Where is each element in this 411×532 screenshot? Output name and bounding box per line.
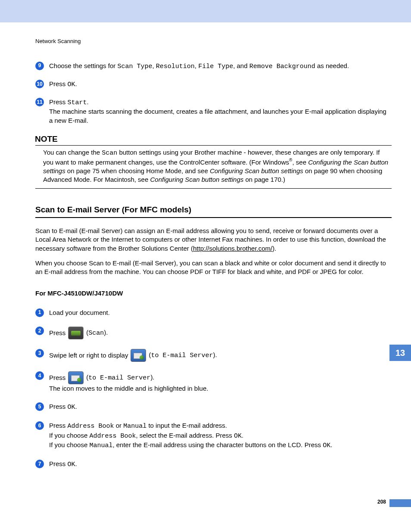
step-text: Press OK. [49, 80, 77, 87]
note-heading: NOTE [35, 134, 392, 145]
step-body: The icon moves to the middle and is high… [49, 385, 208, 392]
chapter-tab: 13 [389, 345, 411, 361]
step-badge: 11 [35, 98, 44, 106]
step-badge: 7 [35, 460, 44, 468]
note-rule [35, 145, 392, 146]
step-badge: 2 [35, 327, 44, 335]
steps-list-1: 9 Choose the settings for Scan Type, Res… [35, 62, 392, 125]
step-3: 3 Swipe left or right to display (to E-m… [35, 349, 392, 362]
step-10: 10 Press OK. [35, 80, 392, 89]
step-badge: 1 [35, 308, 44, 317]
step-line2: If you choose Address Book, select the E… [49, 432, 243, 439]
step-text: Press Start. [49, 98, 89, 106]
step-text: Swipe left or right to display (to E-mai… [49, 349, 217, 362]
solutions-link[interactable]: http://solutions.brother.com/ [193, 245, 272, 252]
model-subhead: For MFC-J4510DW/J4710DW [35, 289, 392, 298]
step-line3: If you choose Manual, enter the E-mail a… [49, 441, 332, 448]
top-bar [0, 0, 411, 22]
step-badge: 6 [35, 421, 44, 430]
step-4: 4 Press (to E-mail Server). The icon mov… [35, 371, 392, 393]
note-rule [35, 188, 392, 189]
page-number: 208 [377, 498, 386, 505]
step-text: Press Address Book or Manual to input th… [49, 422, 227, 429]
step-text: Load your document. [49, 309, 110, 316]
step-2: 2 Press (Scan). [35, 327, 392, 339]
steps-list-2: 1 Load your document. 2 Press (Scan). 3 … [35, 308, 392, 470]
step-badge: 10 [35, 80, 44, 88]
step-text: Press OK. [49, 403, 77, 410]
page-tab [389, 499, 411, 507]
chapter-header: Network Scanning [35, 37, 392, 45]
step-text: Press (Scan). [49, 327, 108, 339]
step-11: 11 Press Start. The machine starts scann… [35, 98, 392, 125]
step-badge: 3 [35, 349, 44, 358]
step-badge: 5 [35, 402, 44, 411]
step-7: 7 Press OK. [35, 460, 392, 469]
section-rule [35, 217, 392, 218]
step-5: 5 Press OK. [35, 402, 392, 412]
step-badge: 9 [35, 62, 44, 70]
step-badge: 4 [35, 371, 44, 380]
step-9: 9 Choose the settings for Scan Type, Res… [35, 62, 392, 71]
section-p1: Scan to E-mail (E-mail Server) can assig… [35, 227, 392, 253]
email-server-icon [131, 349, 146, 362]
step-1: 1 Load your document. [35, 308, 392, 317]
note-body: You can change the Scan button settings … [35, 148, 392, 184]
step-text: Choose the settings for Scan Type, Resol… [49, 62, 349, 69]
step-text: Press OK. [49, 460, 77, 467]
section-heading: Scan to E-mail Server (For MFC models) [35, 204, 392, 215]
email-server-icon [68, 371, 84, 384]
step-6: 6 Press Address Book or Manual to input … [35, 421, 392, 450]
section-p2: When you choose Scan to E-mail (E-mail S… [35, 259, 392, 277]
step-text: Press (to E-mail Server). [49, 371, 155, 384]
page-content: Network Scanning 9 Choose the settings f… [0, 22, 411, 469]
step-body: The machine starts scanning the document… [49, 108, 386, 124]
scan-icon [68, 327, 84, 339]
